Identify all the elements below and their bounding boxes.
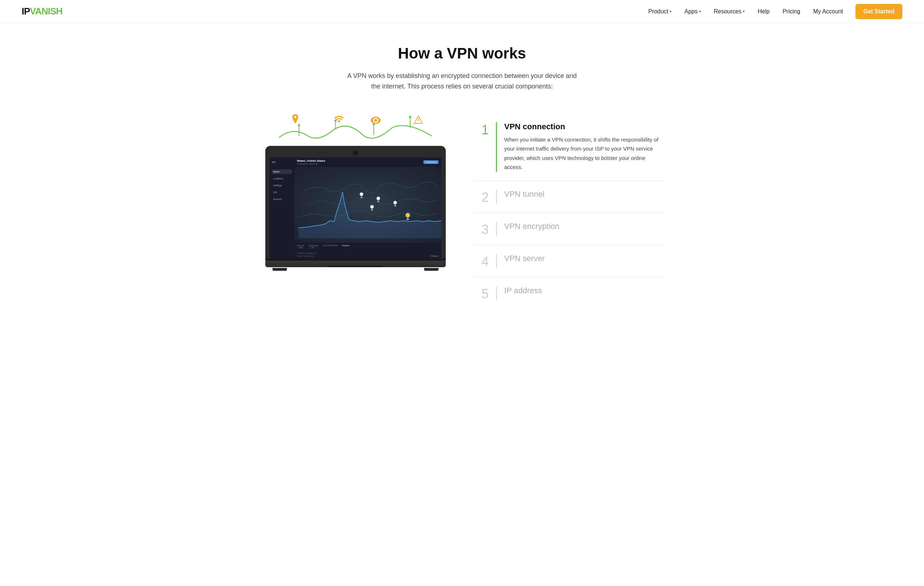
step-item-5[interactable]: 5 IP address: [473, 277, 664, 309]
nav-item-resources[interactable]: Resources ▾: [709, 5, 750, 18]
vpn-nav-locations: Locations: [272, 176, 292, 181]
svg-point-10: [376, 196, 380, 200]
svg-point-14: [370, 205, 374, 208]
vpn-location: Miami, United States: [297, 159, 325, 162]
vpn-stat-ip: 104.167.254.168: [323, 244, 337, 249]
logo-ip: IP: [21, 6, 30, 17]
step-divider-5: [496, 286, 497, 300]
content-grid: IPV Home Locations Settings Info Account: [260, 113, 664, 309]
svg-point-12: [393, 201, 397, 204]
vpn-disconnect-button[interactable]: Disconnect: [423, 160, 439, 164]
laptop-foot-left: [272, 268, 287, 271]
step-title-1: VPN connection: [504, 122, 664, 131]
vpn-nav-info: Info: [272, 190, 292, 195]
step-title-3: VPN encryption: [504, 222, 664, 231]
wifi-icon: [334, 116, 343, 125]
step-title-4: VPN server: [504, 254, 664, 263]
laptop-hinge: [265, 259, 446, 261]
chevron-down-icon: ▾: [699, 9, 701, 13]
steps-list: 1 VPN connection When you initiate a VPN…: [473, 113, 664, 309]
wave-line-svg: [279, 122, 432, 142]
vpn-nav-settings: Settings: [272, 183, 292, 188]
laptop-device: IPV Home Locations Settings Info Account: [265, 146, 446, 271]
logo[interactable]: IPVANISH: [21, 6, 63, 17]
step-content-4: VPN server: [504, 254, 664, 267]
pin-icon: [291, 114, 299, 125]
vpn-topbar: Miami, United States Connected · 00:12:4…: [294, 157, 441, 167]
laptop-camera: [353, 150, 358, 155]
svg-point-16: [406, 213, 410, 217]
step-content-3: VPN encryption: [504, 222, 664, 235]
laptop-illustration: IPV Home Locations Settings Info Account: [260, 113, 451, 271]
chevron-down-icon: ▾: [670, 9, 672, 13]
laptop-screen: IPV Home Locations Settings Info Account: [270, 157, 441, 259]
step-number-2: 2: [473, 190, 489, 204]
step-item-3[interactable]: 3 VPN encryption: [473, 213, 664, 245]
svg-marker-15: [371, 208, 373, 211]
main-nav: Product ▾ Apps ▾ Resources ▾ Help Pricin…: [643, 4, 903, 19]
get-started-button[interactable]: Get Started: [855, 4, 903, 19]
svg-point-8: [360, 192, 363, 196]
nav-item-help[interactable]: Help: [752, 5, 775, 18]
step-divider-2: [496, 190, 497, 204]
laptop-base: [265, 261, 446, 267]
step-item-2[interactable]: 2 VPN tunnel: [473, 181, 664, 213]
vpn-app-ui: IPV Home Locations Settings Info Account: [270, 157, 441, 259]
nav-item-apps[interactable]: Apps ▾: [679, 5, 706, 18]
laptop-foot-right: [424, 268, 439, 271]
vpn-sidebar: IPV Home Locations Settings Info Account: [270, 157, 294, 259]
eye-icon: [371, 117, 381, 125]
vpn-info-row: chia-624.ipvanish.com Server ConnectionP…: [294, 251, 441, 259]
svg-marker-7: [409, 115, 411, 118]
step-number-4: 4: [473, 254, 489, 268]
warning-icon: [414, 115, 423, 125]
vpn-map-svg: [294, 167, 441, 243]
step-content-5: IP address: [504, 286, 664, 299]
svg-marker-13: [394, 204, 396, 206]
step-title-2: VPN tunnel: [504, 190, 664, 199]
step-divider-1: [496, 122, 497, 172]
vpn-stat-protocol: Protocol: [342, 244, 350, 249]
vpn-stats-bar: Data Up ↑ 2.4B Data Down ↓ 1.48 104.167.…: [294, 243, 441, 251]
step-divider-3: [496, 222, 497, 236]
vpn-nav-home: Home: [272, 169, 292, 174]
step-content-2: VPN tunnel: [504, 190, 664, 203]
step-item-1[interactable]: 1 VPN connection When you initiate a VPN…: [473, 113, 664, 181]
vpn-map-bg: [294, 167, 441, 243]
vpn-map: [294, 167, 441, 243]
icons-above: [279, 113, 432, 142]
page-title: How a VPN works: [260, 45, 664, 62]
nav-item-product[interactable]: Product ▾: [643, 5, 676, 18]
vpn-nav-account: Account: [272, 197, 292, 201]
vpn-stat-upload: Data Up ↑ 2.4B: [297, 244, 304, 249]
step-number-5: 5: [473, 286, 489, 300]
header: IPVANISH Product ▾ Apps ▾ Resources ▾ He…: [0, 0, 924, 23]
step-number-3: 3: [473, 222, 489, 236]
chevron-down-icon: ▾: [743, 9, 745, 13]
logo-vanish: VANISH: [30, 6, 63, 17]
step-divider-4: [496, 254, 497, 268]
laptop-body: IPV Home Locations Settings Info Account: [265, 146, 446, 259]
main-content: How a VPN works A VPN works by establish…: [246, 23, 678, 338]
vpn-main-area: Miami, United States Connected · 00:12:4…: [294, 157, 441, 259]
laptop-feet: [265, 268, 446, 271]
vpn-stat-download: Data Down ↓ 1.48: [309, 244, 318, 249]
step-description-1: When you initiate a VPN connection, it s…: [504, 135, 664, 172]
step-item-4[interactable]: 4 VPN server: [473, 245, 664, 277]
svg-marker-9: [360, 196, 363, 198]
page-subtitle: A VPN works by establishing an encrypted…: [346, 71, 578, 92]
step-title-5: IP address: [504, 286, 664, 295]
step-number-1: 1: [473, 122, 489, 137]
nav-item-pricing[interactable]: Pricing: [777, 5, 805, 18]
svg-marker-17: [406, 217, 409, 220]
nav-item-my-account[interactable]: My Account: [808, 5, 848, 18]
step-content-1: VPN connection When you initiate a VPN c…: [504, 122, 664, 172]
vpn-app-logo: IPV: [272, 160, 292, 164]
